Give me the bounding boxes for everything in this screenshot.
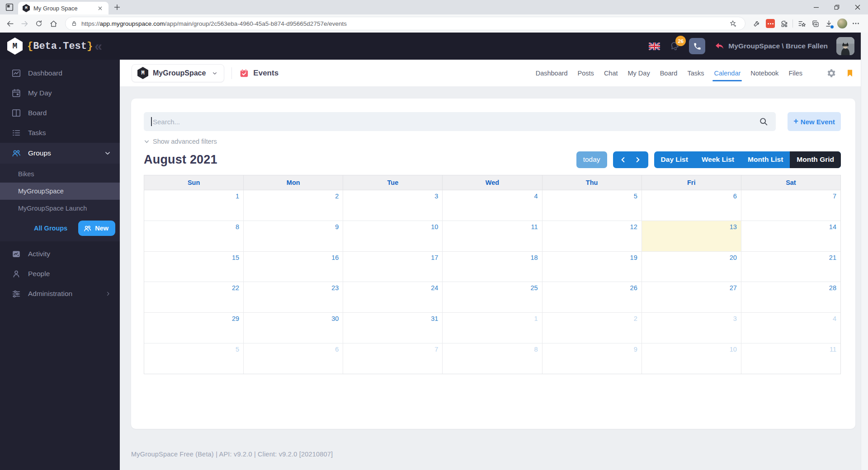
sidebar-item-groups[interactable]: Groups: [0, 143, 120, 164]
tab-calendar[interactable]: Calendar: [709, 60, 745, 86]
search-input[interactable]: Search...: [144, 112, 776, 131]
user-avatar[interactable]: [836, 37, 854, 55]
calendar-day-cell[interactable]: 27: [642, 282, 741, 312]
view-month-list[interactable]: Month List: [741, 151, 790, 168]
calendar-day-cell[interactable]: 19: [542, 252, 642, 282]
tab-board[interactable]: Board: [655, 60, 683, 86]
calendar-day-cell[interactable]: 6: [244, 343, 343, 374]
calendar-day-cell[interactable]: 2: [244, 190, 343, 221]
tab-notebook[interactable]: Notebook: [745, 60, 783, 86]
calendar-day-cell[interactable]: 3: [642, 313, 741, 343]
calendar-day-cell[interactable]: 17: [343, 252, 443, 282]
calendar-day-cell[interactable]: 7: [343, 343, 443, 374]
url-bar[interactable]: https://app.mygroupspace.com/app/main/gr…: [65, 17, 745, 30]
tab-posts[interactable]: Posts: [573, 60, 599, 86]
sidebar-item-people[interactable]: People: [0, 264, 120, 284]
new-group-button[interactable]: New: [78, 221, 115, 236]
tab-chat[interactable]: Chat: [599, 60, 623, 86]
tab-files[interactable]: Files: [783, 60, 807, 86]
calendar-day-cell[interactable]: 26: [542, 282, 642, 312]
sidebar-item-administration[interactable]: Administration: [0, 284, 120, 304]
window-close-button[interactable]: [847, 0, 868, 14]
calendar-day-cell[interactable]: 23: [244, 282, 343, 312]
calendar-day-cell[interactable]: 9: [244, 221, 343, 251]
window-minimize-button[interactable]: [806, 0, 826, 14]
tab-close-icon[interactable]: [96, 4, 104, 12]
calendar-day-cell[interactable]: 10: [343, 221, 443, 251]
calendar-day-cell[interactable]: 24: [343, 282, 443, 312]
downloads-icon[interactable]: [822, 17, 835, 30]
chat-extension-icon[interactable]: 1: [764, 17, 777, 30]
bookmark-icon[interactable]: [845, 69, 854, 78]
home-icon[interactable]: [46, 16, 61, 31]
tool-extension-icon[interactable]: [750, 17, 764, 30]
calendar-day-cell[interactable]: 4: [741, 313, 840, 343]
forward-icon[interactable]: [17, 16, 32, 31]
view-day-list[interactable]: Day List: [654, 151, 695, 168]
advanced-filters-toggle[interactable]: Show advanced filters: [144, 138, 841, 145]
sidebar-item-board[interactable]: Board: [0, 103, 120, 123]
group-selector[interactable]: M MyGroupSpace: [132, 64, 224, 82]
sidebar-item-activity[interactable]: Activity: [0, 244, 120, 264]
calendar-day-cell[interactable]: 1: [443, 313, 542, 343]
notifications-bell-icon[interactable]: 26: [669, 40, 680, 52]
calendar-day-cell[interactable]: 5: [542, 190, 642, 221]
extensions-puzzle-icon[interactable]: [777, 17, 791, 30]
calendar-day-cell[interactable]: 20: [642, 252, 741, 282]
calendar-day-cell[interactable]: 8: [443, 343, 542, 374]
sidebar-group-item-mygroupspace-launch[interactable]: MyGroupSpace Launch: [0, 200, 120, 217]
next-month-icon[interactable]: [634, 156, 642, 164]
phone-call-icon[interactable]: [689, 38, 705, 54]
favorite-star-icon[interactable]: [726, 17, 740, 30]
tab-my-day[interactable]: My Day: [623, 60, 655, 86]
collections-icon[interactable]: [808, 17, 822, 30]
calendar-day-cell[interactable]: 31: [343, 313, 443, 343]
browser-profile-avatar[interactable]: [835, 17, 849, 30]
calendar-day-cell[interactable]: 11: [443, 221, 542, 251]
sidebar-group-item-mygroupspace[interactable]: MyGroupSpace: [0, 183, 120, 200]
tab-actions-icon[interactable]: [5, 2, 14, 12]
calendar-day-cell[interactable]: 6: [642, 190, 741, 221]
browser-tab[interactable]: M My Group Space: [18, 2, 108, 14]
calendar-day-cell[interactable]: 3: [343, 190, 443, 221]
calendar-day-cell[interactable]: 7: [741, 190, 840, 221]
calendar-day-cell[interactable]: 28: [741, 282, 840, 312]
calendar-day-cell[interactable]: 10: [642, 343, 741, 374]
gear-icon[interactable]: [826, 68, 836, 78]
user-menu[interactable]: MyGroupSpace \ Bruce Fallen: [714, 41, 828, 52]
today-button[interactable]: today: [576, 151, 607, 168]
calendar-day-cell[interactable]: 29: [144, 313, 244, 343]
calendar-day-cell[interactable]: 11: [741, 343, 840, 374]
sidebar-item-tasks[interactable]: Tasks: [0, 123, 120, 143]
new-tab-button[interactable]: [111, 1, 123, 13]
calendar-day-cell[interactable]: 2: [542, 313, 642, 343]
view-month-grid[interactable]: Month Grid: [790, 151, 841, 168]
calendar-day-cell[interactable]: 1: [144, 190, 244, 221]
window-restore-button[interactable]: [826, 0, 847, 14]
calendar-day-cell[interactable]: 4: [443, 190, 542, 221]
calendar-day-cell[interactable]: 16: [244, 252, 343, 282]
refresh-icon[interactable]: [32, 16, 46, 31]
back-icon[interactable]: [3, 16, 17, 31]
calendar-day-cell[interactable]: 18: [443, 252, 542, 282]
calendar-day-cell[interactable]: 9: [542, 343, 642, 374]
sidebar-item-dashboard[interactable]: Dashboard: [0, 63, 120, 83]
calendar-day-cell[interactable]: 25: [443, 282, 542, 312]
calendar-day-cell[interactable]: 12: [542, 221, 642, 251]
tab-dashboard[interactable]: Dashboard: [531, 60, 573, 86]
calendar-day-cell[interactable]: 30: [244, 313, 343, 343]
favorites-bar-icon[interactable]: [795, 17, 808, 30]
calendar-day-cell[interactable]: 14: [741, 221, 840, 251]
sidebar-collapse-icon[interactable]: «: [94, 39, 102, 53]
sidebar-group-item-bikes[interactable]: Bikes: [0, 165, 120, 183]
all-groups-link[interactable]: All Groups: [34, 225, 67, 232]
view-week-list[interactable]: Week List: [695, 151, 741, 168]
calendar-day-cell[interactable]: 8: [144, 221, 244, 251]
browser-menu-icon[interactable]: [849, 17, 863, 30]
calendar-day-cell[interactable]: 15: [144, 252, 244, 282]
prev-month-icon[interactable]: [619, 156, 627, 164]
sidebar-item-my-day[interactable]: My Day: [0, 83, 120, 103]
calendar-day-cell[interactable]: 5: [144, 343, 244, 374]
tab-tasks[interactable]: Tasks: [682, 60, 709, 86]
calendar-day-cell[interactable]: 22: [144, 282, 244, 312]
